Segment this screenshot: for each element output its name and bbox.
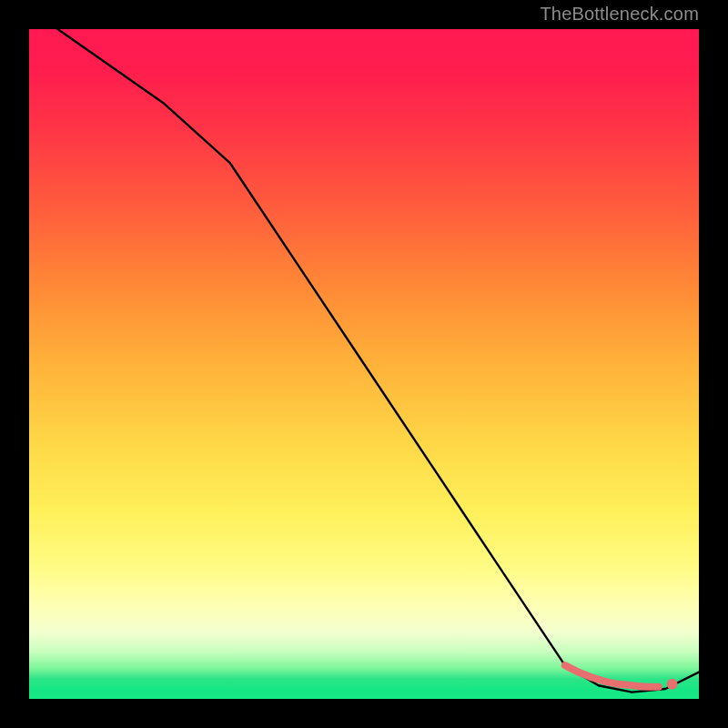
chart-frame: TheBottleneck.com	[0, 0, 728, 728]
plot-area	[29, 29, 699, 699]
highlight-segment-path	[565, 665, 659, 687]
watermark-text: TheBottleneck.com	[540, 4, 699, 25]
curve-svg	[29, 29, 699, 699]
bottleneck-curve-path	[29, 9, 699, 693]
highlight-point	[667, 679, 678, 690]
